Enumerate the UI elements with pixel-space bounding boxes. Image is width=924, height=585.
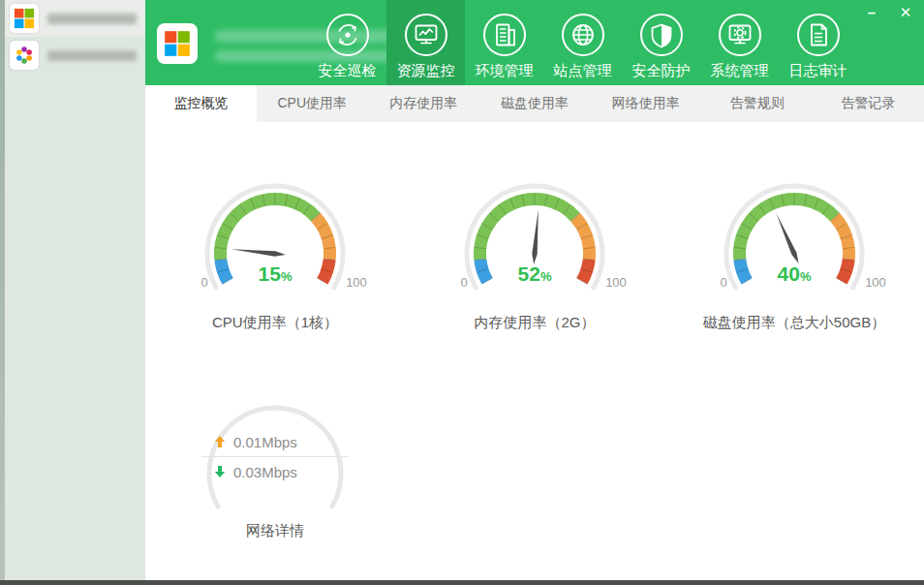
cpu-gauge-caption: CPU使用率（1核） xyxy=(212,314,338,332)
window-controls: – ✕ xyxy=(861,3,916,22)
memory-gauge-caption: 内存使用率（2G） xyxy=(474,314,595,332)
sidebar-item-server-2[interactable] xyxy=(5,37,145,74)
svg-text:100: 100 xyxy=(865,275,886,290)
cpu-gauge: 15%0100 CPU使用率（1核） xyxy=(145,178,405,332)
resource-monitor-icon xyxy=(404,13,448,57)
nav-item-label: 环境管理 xyxy=(476,62,534,80)
disk-gauge-caption: 磁盘使用率（总大小50GB） xyxy=(703,314,885,332)
nav-item-site-management[interactable]: 站点管理 xyxy=(543,0,622,85)
tab-alert-records[interactable]: 告警记录 xyxy=(813,85,924,122)
nav-item-label: 安全巡检 xyxy=(319,62,377,80)
tab-network-usage[interactable]: 网络使用率 xyxy=(590,85,701,122)
nav-item-label: 资源监控 xyxy=(397,62,455,80)
svg-text:100: 100 xyxy=(346,275,367,290)
memory-gauge-chart: 52%0100 xyxy=(423,178,646,312)
minimize-button[interactable]: – xyxy=(861,3,882,22)
svg-text:15%: 15% xyxy=(259,262,293,285)
app-window: 安全巡检 资源监控 环境管理 xyxy=(0,0,924,585)
app-flower-logo-icon xyxy=(10,41,39,70)
tab-bar: 监控概览 CPU使用率 内存使用率 磁盘使用率 网络使用率 告警规则 告警记录 xyxy=(145,85,924,122)
download-arrow-icon xyxy=(213,465,227,478)
log-audit-icon xyxy=(796,13,841,57)
disk-gauge-chart: 40%0100 xyxy=(683,178,906,312)
nav-item-security-inspection[interactable]: 安全巡检 xyxy=(308,0,386,85)
shield-icon xyxy=(639,13,684,57)
svg-text:0: 0 xyxy=(200,275,207,290)
nav-item-security-protection[interactable]: 安全防护 xyxy=(622,0,700,85)
network-ring: 0.01Mbps 0.03Mbps xyxy=(188,396,362,520)
svg-text:40%: 40% xyxy=(778,262,812,285)
gauge-row: 15%0100 CPU使用率（1核） 52%0100 内存使用率（2G） 40%… xyxy=(145,122,924,332)
header: 安全巡检 资源监控 环境管理 xyxy=(145,0,924,85)
main-nav: 安全巡检 资源监控 环境管理 xyxy=(308,0,857,85)
windows-logo-icon xyxy=(10,4,39,33)
redacted-server-name xyxy=(47,14,137,24)
network-caption: 网络详情 xyxy=(246,522,304,540)
network-detail-card: 0.01Mbps 0.03Mbps 网络详情 xyxy=(145,396,405,540)
network-stats: 0.01Mbps 0.03Mbps xyxy=(201,429,349,484)
download-speed: 0.03Mbps xyxy=(233,464,297,480)
upload-speed: 0.01Mbps xyxy=(233,434,297,450)
site-globe-icon xyxy=(561,13,605,57)
svg-text:0: 0 xyxy=(460,275,467,290)
tab-memory-usage[interactable]: 内存使用率 xyxy=(368,85,479,122)
tab-monitor-overview[interactable]: 监控概览 xyxy=(145,85,257,122)
environment-icon xyxy=(482,13,527,57)
upload-arrow-icon xyxy=(213,435,227,448)
tab-disk-usage[interactable]: 磁盘使用率 xyxy=(479,85,591,122)
redacted-server-name xyxy=(47,50,137,61)
security-inspect-icon xyxy=(325,13,370,57)
divider xyxy=(201,456,349,457)
tab-alert-rules[interactable]: 告警规则 xyxy=(701,85,813,122)
desktop-edge xyxy=(0,0,5,580)
bottom-edge xyxy=(0,580,924,585)
nav-item-environment-management[interactable]: 环境管理 xyxy=(465,0,543,85)
nav-item-system-management[interactable]: 系统管理 xyxy=(700,0,779,85)
nav-item-label: 站点管理 xyxy=(554,62,612,80)
monitor-overview-panel: 15%0100 CPU使用率（1核） 52%0100 内存使用率（2G） 40%… xyxy=(145,122,924,580)
memory-gauge: 52%0100 内存使用率（2G） xyxy=(405,178,664,332)
nav-item-label: 系统管理 xyxy=(711,62,769,80)
svg-text:52%: 52% xyxy=(518,262,552,285)
disk-gauge: 40%0100 磁盘使用率（总大小50GB） xyxy=(664,178,924,332)
svg-text:100: 100 xyxy=(605,275,627,290)
system-gear-icon xyxy=(718,13,762,57)
tab-cpu-usage[interactable]: CPU使用率 xyxy=(257,85,368,122)
sidebar-item-server-1[interactable] xyxy=(5,0,145,37)
nav-item-resource-monitoring[interactable]: 资源监控 xyxy=(386,0,465,85)
sidebar xyxy=(0,0,145,580)
nav-item-label: 安全防护 xyxy=(632,62,691,80)
upload-row: 0.01Mbps xyxy=(201,429,349,454)
windows-logo-icon xyxy=(157,23,198,64)
nav-item-log-audit[interactable]: 日志审计 xyxy=(779,0,857,85)
nav-item-label: 日志审计 xyxy=(789,62,847,80)
close-button[interactable]: ✕ xyxy=(895,3,916,22)
cpu-gauge-chart: 15%0100 xyxy=(164,178,386,312)
svg-text:0: 0 xyxy=(720,275,726,290)
download-row: 0.03Mbps xyxy=(201,459,349,484)
